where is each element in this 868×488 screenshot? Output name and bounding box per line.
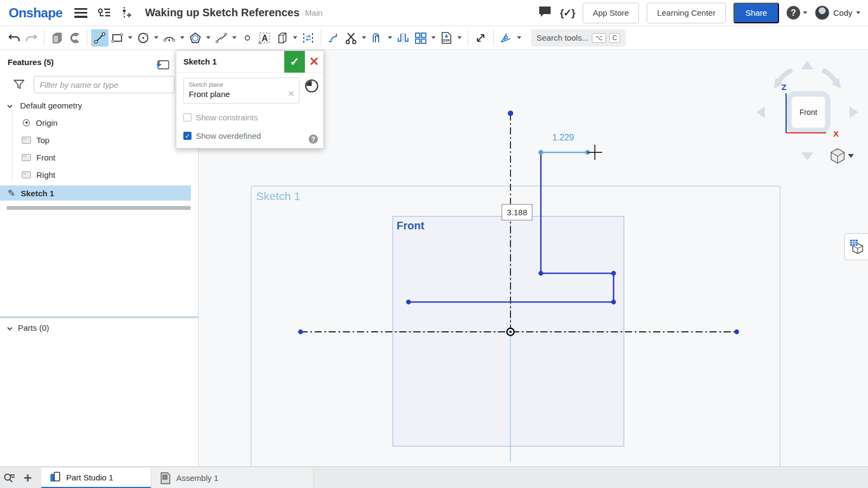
arc-tool-dropdown[interactable] — [178, 29, 187, 47]
help-icon[interactable]: ? — [787, 6, 800, 20]
rotate-left-arrow[interactable] — [756, 106, 765, 118]
onshape-logo[interactable]: Onshape — [9, 5, 62, 21]
pattern-tool-dropdown[interactable] — [429, 29, 438, 47]
construction-endpoint-top[interactable] — [508, 111, 513, 116]
spline-tool-dropdown[interactable] — [230, 29, 239, 47]
help-menu[interactable]: ? — [787, 6, 807, 20]
add-folder-icon[interactable] — [155, 59, 170, 73]
cancel-button[interactable]: ✕ — [305, 51, 323, 73]
pattern-tool-button[interactable] — [412, 29, 429, 47]
insert-reference-flyout-button[interactable] — [844, 233, 868, 260]
solid-model-icon[interactable] — [48, 29, 66, 47]
construction-endpoint-right[interactable] — [735, 330, 739, 335]
line-tool-button[interactable] — [91, 29, 108, 47]
chevron-down-icon[interactable] — [7, 324, 13, 331]
sketch-vertex[interactable] — [611, 271, 616, 276]
filter-input[interactable] — [34, 76, 175, 93]
tree-node-top-plane[interactable]: Top — [0, 132, 191, 147]
add-tab-button[interactable]: + — [18, 467, 37, 488]
show-constraints-row[interactable]: Show constraints — [183, 113, 316, 122]
construction-endpoint-left[interactable] — [298, 330, 303, 335]
browse-tabs-button[interactable] — [0, 467, 18, 488]
spline-tool-button[interactable] — [213, 29, 230, 47]
offset-tool-dropdown[interactable] — [386, 29, 394, 47]
sketch-text-tool-button[interactable]: A — [256, 29, 273, 47]
chevron-down-icon[interactable] — [7, 102, 13, 108]
accept-button[interactable]: ✓ — [284, 51, 305, 73]
parts-section-header[interactable]: Parts (0) — [0, 320, 199, 335]
document-title[interactable]: Waking up Sketch References — [145, 7, 299, 19]
hamburger-menu-icon[interactable] — [74, 8, 87, 18]
rotate-down-arrow[interactable] — [801, 152, 813, 160]
front-plane-label: Front — [397, 220, 424, 232]
circle-tool-dropdown[interactable] — [152, 29, 161, 47]
sketch-vertex[interactable] — [539, 271, 544, 276]
tree-node-default-geometry[interactable]: Default geometry — [0, 98, 191, 113]
view-mode-cube-icon[interactable] — [831, 149, 844, 163]
tab-label: Part Studio 1 — [66, 473, 113, 482]
app-store-button[interactable]: App Store — [583, 3, 640, 23]
show-constraints-checkbox[interactable] — [183, 113, 192, 121]
dimension-label[interactable]: 1.229 — [552, 133, 574, 142]
preview-vertex[interactable] — [539, 150, 544, 155]
tree-node-right-plane[interactable]: Right — [0, 167, 191, 182]
polygon-tool-dropdown[interactable] — [204, 29, 213, 47]
tab-part-studio[interactable]: Part Studio 1 — [41, 468, 151, 488]
trim-tool-dropdown[interactable] — [360, 29, 368, 47]
mirror-tool-button[interactable] — [394, 29, 412, 47]
show-overdefined-checkbox[interactable]: ✓ — [183, 132, 192, 140]
rollback-bar[interactable] — [7, 206, 191, 210]
featurescript-icon[interactable]: {✓} — [560, 7, 575, 19]
rotate-up-arrow[interactable] — [801, 61, 813, 69]
versions-history-icon[interactable] — [97, 7, 111, 19]
construction-tool-button[interactable] — [299, 29, 317, 47]
import-dxf-dropdown[interactable] — [455, 29, 464, 47]
tree-node-sketch1-selected[interactable]: ✎ Sketch 1 — [0, 185, 191, 201]
offset-tool-button[interactable] — [368, 29, 386, 47]
circle-tool-button[interactable] — [135, 29, 152, 47]
chat-icon[interactable] — [538, 5, 552, 21]
revolve-icon[interactable] — [66, 29, 83, 47]
fillet-tool-button[interactable] — [325, 29, 342, 47]
view-mode-dropdown[interactable] — [848, 154, 854, 158]
tab-assembly[interactable]: Assembly 1 — [151, 468, 314, 488]
clear-selection-icon[interactable]: ✕ — [288, 89, 295, 99]
trim-tool-button[interactable] — [342, 29, 360, 47]
point-tool-button[interactable] — [239, 29, 256, 47]
tree-node-origin[interactable]: Origin — [0, 115, 191, 130]
sketch-vertex[interactable] — [611, 300, 616, 305]
avatar[interactable] — [815, 5, 829, 20]
tree-node-front-plane[interactable]: Front — [0, 150, 191, 165]
rotate-right-arrow[interactable] — [850, 106, 858, 118]
sketch-vertex[interactable] — [406, 300, 411, 305]
sketch-plane-field[interactable]: Sketch plane Front plane ✕ — [183, 78, 299, 104]
redo-button[interactable] — [23, 29, 40, 47]
sketch-plane-field-label: Sketch plane — [189, 81, 295, 88]
insert-new-element-icon[interactable] — [121, 7, 133, 20]
dimension-tool-button[interactable] — [497, 29, 515, 47]
use-project-tool-dropdown[interactable] — [291, 29, 299, 47]
recent-planes-icon[interactable] — [304, 79, 319, 95]
rectangle-tool-button[interactable] — [108, 29, 126, 47]
dimension-tool-dropdown[interactable] — [515, 29, 524, 47]
share-button[interactable]: Share — [733, 3, 779, 23]
dialog-help-icon[interactable]: ? — [309, 134, 318, 144]
show-overdefined-row[interactable]: ✓ Show overdefined — [183, 131, 316, 140]
search-tools-box[interactable]: Search tools... ⌥ C — [531, 29, 626, 47]
shortcut-key-alt: ⌥ — [592, 33, 606, 43]
fit-view-button[interactable] — [472, 29, 489, 47]
arc-tool-button[interactable] — [161, 29, 178, 47]
cube-grid-icon — [848, 239, 865, 255]
roll-right-arrow[interactable] — [822, 70, 841, 88]
plus-icon: + — [23, 471, 31, 485]
rectangle-tool-dropdown[interactable] — [126, 29, 135, 47]
polygon-tool-button[interactable] — [187, 29, 204, 47]
user-menu[interactable]: Cody — [815, 5, 860, 20]
workspace-name[interactable]: Main — [305, 8, 323, 17]
view-cube[interactable]: Front Z X — [756, 61, 858, 160]
undo-button[interactable] — [5, 29, 23, 47]
use-project-tool-button[interactable] — [273, 29, 291, 47]
learning-center-button[interactable]: Learning Center — [647, 3, 726, 23]
panel-splitter[interactable] — [0, 316, 199, 318]
import-dxf-button[interactable]: DXF — [438, 29, 455, 47]
